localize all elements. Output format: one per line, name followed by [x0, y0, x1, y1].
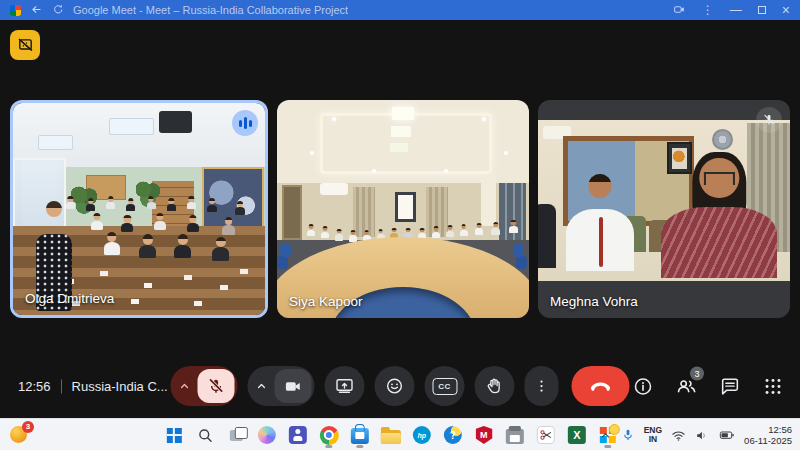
reactions-button[interactable]: [375, 366, 415, 406]
person-head: [148, 196, 153, 201]
person-body: [446, 231, 454, 238]
present-screen-button[interactable]: [325, 366, 365, 406]
tray-expand-button[interactable]: [599, 429, 612, 442]
meeting-name: Russia-India C...: [72, 379, 168, 394]
person-head: [128, 198, 133, 203]
person-head: [215, 237, 225, 247]
snipping-tool-icon: [537, 426, 555, 444]
chrome-button[interactable]: [317, 421, 341, 449]
person-figure: [174, 234, 191, 258]
hp-support-button[interactable]: ?: [441, 421, 465, 449]
mic-mute-button[interactable]: [198, 369, 235, 403]
person-head: [178, 234, 188, 244]
presentation-off-button[interactable]: [10, 30, 40, 60]
system-tray: ENGIN 12:5606-11-2025: [599, 419, 792, 450]
clock-tray-button[interactable]: 12:5606-11-2025: [744, 424, 792, 447]
battery-icon: [719, 427, 735, 443]
person-figure: [167, 198, 176, 211]
notification-app-button[interactable]: 3: [10, 425, 30, 445]
video-tile-meghna-vohra[interactable]: Meghna Vohra: [538, 100, 790, 318]
people-panel-button[interactable]: 3: [675, 375, 698, 398]
mic-options-button[interactable]: [171, 366, 198, 406]
person-head: [88, 198, 93, 203]
person-head: [434, 226, 439, 231]
person-head: [108, 196, 113, 201]
battery-tray-button[interactable]: [719, 427, 735, 443]
search-icon: [196, 427, 213, 444]
printer-button[interactable]: [503, 421, 527, 449]
person-head: [107, 232, 117, 242]
hp-support-glyph: ?: [444, 426, 462, 444]
person-figure: [147, 196, 156, 209]
person-head: [447, 225, 452, 230]
tray-date: 06-11-2025: [744, 435, 792, 446]
maximize-icon[interactable]: [758, 6, 766, 14]
windows-taskbar: 3 hp ? M X: [0, 418, 800, 450]
snipping-tool-button[interactable]: [534, 421, 558, 449]
camera-toggle-button[interactable]: [275, 369, 312, 403]
person-body: [509, 226, 518, 233]
start-button[interactable]: [162, 421, 186, 449]
person-body: [187, 223, 199, 233]
woman-figure: [661, 152, 777, 278]
mic-in-use-tray-button[interactable]: [621, 428, 635, 442]
person-figure: [91, 213, 103, 230]
person-body: [187, 202, 196, 209]
teams-button[interactable]: [286, 421, 310, 449]
person-body: [460, 230, 468, 237]
person-body: [207, 205, 217, 213]
more-options-button[interactable]: [525, 366, 559, 406]
window-titlebar: Google Meet - Meet – Russia-India Collab…: [0, 0, 800, 20]
close-icon[interactable]: ×: [782, 3, 790, 17]
person-body: [121, 223, 133, 233]
person-head: [209, 198, 215, 204]
scene-chairs-left: [280, 244, 291, 257]
volume-tray-button[interactable]: [695, 428, 710, 443]
person-head: [189, 196, 194, 201]
microsoft-store-button[interactable]: [348, 421, 372, 449]
person-head: [461, 224, 466, 229]
minimize-icon[interactable]: —: [730, 4, 742, 16]
raise-hand-button[interactable]: [475, 366, 515, 406]
person-body: [491, 228, 500, 235]
person-head: [237, 201, 243, 207]
reload-icon[interactable]: [52, 3, 64, 17]
camera-options-button[interactable]: [248, 366, 275, 406]
smiley-icon: [385, 376, 405, 396]
back-icon[interactable]: [30, 3, 43, 18]
task-view-button[interactable]: [224, 421, 248, 449]
meeting-details-button[interactable]: [632, 375, 654, 397]
person-figure: [432, 226, 440, 238]
captions-button[interactable]: CC: [425, 366, 465, 406]
language-switcher[interactable]: ENGIN: [644, 426, 662, 445]
person-body: [104, 242, 120, 255]
person-head: [493, 222, 498, 227]
end-call-button[interactable]: [572, 366, 630, 406]
excel-button[interactable]: X: [565, 421, 589, 449]
wifi-tray-button[interactable]: [671, 428, 686, 443]
file-explorer-button[interactable]: [379, 421, 403, 449]
chat-panel-button[interactable]: [719, 375, 741, 397]
end-call-icon: [589, 374, 613, 398]
person-body: [167, 204, 176, 211]
person-body: [174, 245, 191, 258]
camera-in-use-icon[interactable]: [673, 3, 686, 18]
person-figure: [491, 222, 500, 235]
windows-start-icon: [166, 428, 181, 443]
mic-control-pill: [171, 366, 238, 406]
activities-button[interactable]: [762, 375, 784, 397]
wifi-icon: [671, 428, 686, 443]
mcafee-button[interactable]: M: [472, 421, 496, 449]
search-button[interactable]: [193, 421, 217, 449]
person-head: [337, 229, 342, 234]
chevron-up-icon: [599, 429, 612, 442]
hp-button[interactable]: hp: [410, 421, 434, 449]
person-head: [142, 234, 152, 244]
video-tile-olga-dmitrieva[interactable]: Olga Dmitrieva: [10, 100, 268, 318]
copilot-icon: [258, 426, 276, 444]
person-head: [189, 215, 196, 222]
browser-menu-icon[interactable]: ⋮: [702, 4, 714, 16]
person-figure: [187, 196, 196, 209]
video-tile-siya-kapoor[interactable]: Siya Kapoor: [277, 100, 529, 318]
copilot-button[interactable]: [255, 421, 279, 449]
